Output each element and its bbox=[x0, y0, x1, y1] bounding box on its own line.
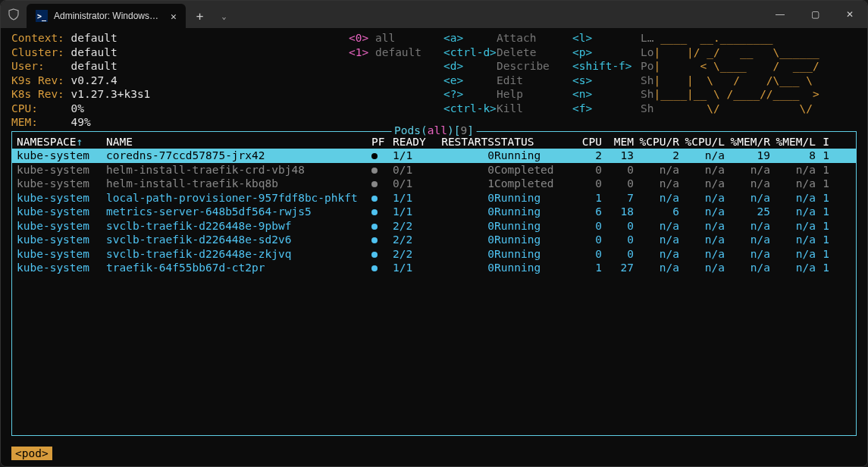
cell-cpur: n/a bbox=[634, 163, 679, 177]
cell-status: Running bbox=[494, 261, 570, 275]
window-controls: — ▢ ✕ bbox=[763, 1, 867, 28]
close-button[interactable]: ✕ bbox=[832, 1, 867, 28]
cell-i: 1 bbox=[816, 177, 829, 191]
cell-status: Running bbox=[494, 233, 570, 247]
cell-meml: 8 bbox=[770, 149, 816, 163]
cell-meml: n/a bbox=[770, 261, 816, 275]
cell-mem: 18 bbox=[602, 205, 634, 219]
table-row[interactable]: kube-systemsvclb-traefik-d226448e-zkjvq2… bbox=[12, 247, 856, 262]
cell-mem: 0 bbox=[602, 219, 634, 234]
cell-pf bbox=[371, 163, 393, 177]
cell-ready: 0/1 bbox=[393, 163, 432, 177]
header-info-block: Context: default <0> all <a> Attach <l> … bbox=[11, 31, 857, 130]
cell-cpu: 0 bbox=[570, 233, 602, 247]
table-row[interactable]: kube-systemmetrics-server-648b5df564-rwj… bbox=[12, 205, 856, 219]
table-row[interactable]: kube-systemsvclb-traefik-d226448e-9pbwf2… bbox=[12, 219, 856, 234]
cell-cpu: 1 bbox=[570, 191, 602, 205]
cell-namespace: kube-system bbox=[17, 163, 106, 177]
cell-cpul: n/a bbox=[679, 149, 725, 163]
cell-mem: 0 bbox=[602, 163, 634, 177]
cell-cpul: n/a bbox=[679, 163, 725, 177]
cell-pf bbox=[371, 233, 393, 247]
cell-status: Completed bbox=[494, 163, 570, 177]
new-tab-button[interactable]: + bbox=[186, 9, 215, 24]
cell-status: Running bbox=[494, 219, 570, 234]
cell-restarts: 0 bbox=[432, 219, 494, 234]
cell-i: 1 bbox=[816, 219, 829, 234]
cell-memr: n/a bbox=[725, 191, 770, 205]
pods-table: Pods(all)[9] NAMESPACE↑ NAME PF READY RE… bbox=[11, 131, 857, 436]
cell-cpur: n/a bbox=[634, 247, 679, 262]
cell-namespace: kube-system bbox=[17, 261, 106, 275]
cell-restarts: 0 bbox=[432, 191, 494, 205]
cell-cpu: 0 bbox=[570, 247, 602, 262]
cell-cpur: n/a bbox=[634, 261, 679, 275]
cell-ready: 1/1 bbox=[393, 149, 432, 163]
table-row[interactable]: kube-systemsvclb-traefik-d226448e-sd2v62… bbox=[12, 233, 856, 247]
tab-dropdown-icon[interactable]: ⌄ bbox=[214, 12, 233, 20]
table-row[interactable]: kube-systemhelm-install-traefik-crd-vbj4… bbox=[12, 163, 856, 177]
table-row[interactable]: kube-systemcoredns-77ccd57875-jrx421/10R… bbox=[12, 149, 856, 163]
cell-cpu: 0 bbox=[570, 163, 602, 177]
cell-memr: n/a bbox=[725, 247, 770, 262]
cell-restarts: 0 bbox=[432, 247, 494, 262]
maximize-button[interactable]: ▢ bbox=[797, 1, 832, 28]
cell-name: helm-install-traefik-crd-vbj48 bbox=[106, 163, 371, 177]
cell-memr: n/a bbox=[725, 219, 770, 234]
cell-ready: 1/1 bbox=[393, 191, 432, 205]
cell-mem: 13 bbox=[602, 149, 634, 163]
cell-namespace: kube-system bbox=[17, 219, 106, 234]
shield-icon bbox=[7, 8, 20, 21]
cell-meml: n/a bbox=[770, 163, 816, 177]
cell-namespace: kube-system bbox=[17, 149, 106, 163]
cell-name: metrics-server-648b5df564-rwjs5 bbox=[106, 205, 371, 219]
cell-status: Completed bbox=[494, 177, 570, 191]
cell-cpu: 2 bbox=[570, 149, 602, 163]
cell-ready: 1/1 bbox=[393, 261, 432, 275]
cell-cpul: n/a bbox=[679, 219, 725, 234]
cell-name: svclb-traefik-d226448e-zkjvq bbox=[106, 247, 371, 262]
cell-memr: 25 bbox=[725, 205, 770, 219]
minimize-button[interactable]: — bbox=[763, 1, 797, 28]
cell-status: Running bbox=[494, 191, 570, 205]
cell-cpul: n/a bbox=[679, 205, 725, 219]
cell-i: 1 bbox=[816, 205, 829, 219]
cell-cpu: 0 bbox=[570, 177, 602, 191]
cell-cpur: n/a bbox=[634, 219, 679, 234]
cell-cpur: n/a bbox=[634, 233, 679, 247]
cell-cpu: 1 bbox=[570, 261, 602, 275]
cell-restarts: 0 bbox=[432, 233, 494, 247]
cell-cpul: n/a bbox=[679, 247, 725, 262]
cell-i: 1 bbox=[816, 191, 829, 205]
cell-i: 1 bbox=[816, 163, 829, 177]
cell-restarts: 1 bbox=[432, 177, 494, 191]
cell-ready: 2/2 bbox=[393, 233, 432, 247]
table-row[interactable]: kube-systemhelm-install-traefik-kbq8b0/1… bbox=[12, 177, 856, 191]
cell-ready: 1/1 bbox=[393, 205, 432, 219]
cell-namespace: kube-system bbox=[17, 191, 106, 205]
table-title: Pods(all)[9] bbox=[391, 124, 477, 138]
cell-meml: n/a bbox=[770, 177, 816, 191]
tab-title: Administrator: Windows Powe bbox=[54, 11, 160, 21]
table-row[interactable]: kube-systemlocal-path-provisioner-957fdf… bbox=[12, 191, 856, 205]
cell-cpul: n/a bbox=[679, 191, 725, 205]
cell-cpu: 0 bbox=[570, 219, 602, 234]
table-row[interactable]: kube-systemtraefik-64f55bb67d-ct2pr1/10R… bbox=[12, 261, 856, 275]
cell-memr: n/a bbox=[725, 177, 770, 191]
cell-pf bbox=[371, 177, 393, 191]
cell-status: Running bbox=[494, 247, 570, 262]
cell-restarts: 0 bbox=[432, 163, 494, 177]
cell-name: local-path-provisioner-957fdf8bc-phkft bbox=[106, 191, 371, 205]
cell-cpur: 6 bbox=[634, 205, 679, 219]
cell-restarts: 0 bbox=[432, 205, 494, 219]
cell-mem: 0 bbox=[602, 247, 634, 262]
terminal-tab[interactable]: >_ Administrator: Windows Powe ✕ bbox=[27, 4, 186, 28]
cell-ready: 2/2 bbox=[393, 219, 432, 234]
cell-pf bbox=[371, 247, 393, 262]
cell-cpul: n/a bbox=[679, 261, 725, 275]
terminal-body[interactable]: Context: default <0> all <a> Attach <l> … bbox=[1, 28, 867, 467]
tab-close-icon[interactable]: ✕ bbox=[171, 11, 177, 22]
cell-i: 1 bbox=[816, 149, 829, 163]
cell-name: helm-install-traefik-kbq8b bbox=[106, 177, 371, 191]
cell-ready: 0/1 bbox=[393, 177, 432, 191]
